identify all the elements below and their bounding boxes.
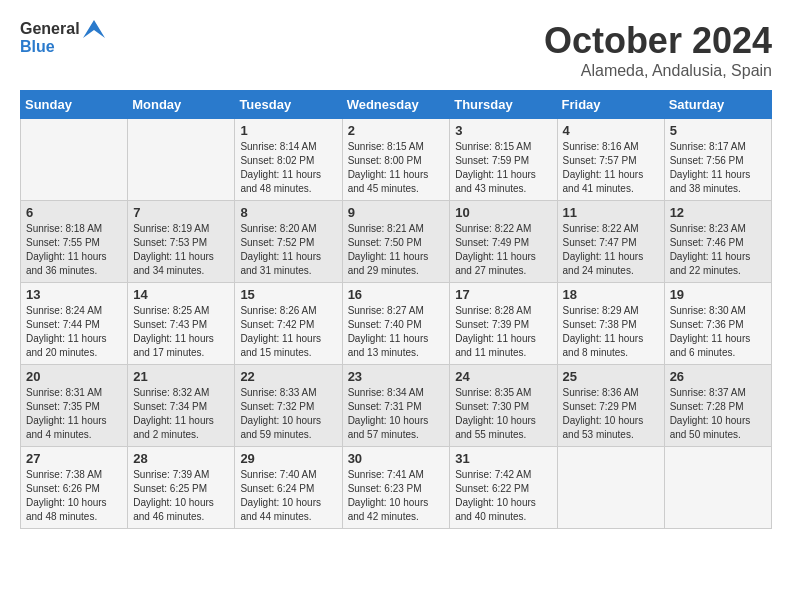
- day-number: 7: [133, 205, 229, 220]
- day-number: 20: [26, 369, 122, 384]
- calendar-cell: 7 Sunrise: 8:19 AM Sunset: 7:53 PM Dayli…: [128, 201, 235, 283]
- calendar-cell: [557, 447, 664, 529]
- calendar-cell: 13 Sunrise: 8:24 AM Sunset: 7:44 PM Dayl…: [21, 283, 128, 365]
- day-info: Sunrise: 8:22 AM Sunset: 7:47 PM Dayligh…: [563, 222, 659, 278]
- day-number: 17: [455, 287, 551, 302]
- month-title: October 2024: [544, 20, 772, 62]
- header-saturday: Saturday: [664, 91, 771, 119]
- calendar-cell: 14 Sunrise: 8:25 AM Sunset: 7:43 PM Dayl…: [128, 283, 235, 365]
- calendar-week-1: 1 Sunrise: 8:14 AM Sunset: 8:02 PM Dayli…: [21, 119, 772, 201]
- calendar-week-4: 20 Sunrise: 8:31 AM Sunset: 7:35 PM Dayl…: [21, 365, 772, 447]
- day-number: 1: [240, 123, 336, 138]
- day-number: 2: [348, 123, 445, 138]
- calendar-cell: 11 Sunrise: 8:22 AM Sunset: 7:47 PM Dayl…: [557, 201, 664, 283]
- day-info: Sunrise: 8:24 AM Sunset: 7:44 PM Dayligh…: [26, 304, 122, 360]
- calendar-cell: 18 Sunrise: 8:29 AM Sunset: 7:38 PM Dayl…: [557, 283, 664, 365]
- day-number: 13: [26, 287, 122, 302]
- day-number: 15: [240, 287, 336, 302]
- day-number: 28: [133, 451, 229, 466]
- day-number: 27: [26, 451, 122, 466]
- day-number: 30: [348, 451, 445, 466]
- day-number: 10: [455, 205, 551, 220]
- day-info: Sunrise: 8:25 AM Sunset: 7:43 PM Dayligh…: [133, 304, 229, 360]
- calendar-week-2: 6 Sunrise: 8:18 AM Sunset: 7:55 PM Dayli…: [21, 201, 772, 283]
- day-info: Sunrise: 8:28 AM Sunset: 7:39 PM Dayligh…: [455, 304, 551, 360]
- day-info: Sunrise: 8:17 AM Sunset: 7:56 PM Dayligh…: [670, 140, 766, 196]
- day-number: 31: [455, 451, 551, 466]
- calendar-cell: 4 Sunrise: 8:16 AM Sunset: 7:57 PM Dayli…: [557, 119, 664, 201]
- day-info: Sunrise: 7:40 AM Sunset: 6:24 PM Dayligh…: [240, 468, 336, 524]
- calendar-cell: [664, 447, 771, 529]
- header-row: Sunday Monday Tuesday Wednesday Thursday…: [21, 91, 772, 119]
- logo-blue: Blue: [20, 38, 105, 56]
- day-info: Sunrise: 7:41 AM Sunset: 6:23 PM Dayligh…: [348, 468, 445, 524]
- day-number: 11: [563, 205, 659, 220]
- day-info: Sunrise: 7:39 AM Sunset: 6:25 PM Dayligh…: [133, 468, 229, 524]
- day-info: Sunrise: 8:35 AM Sunset: 7:30 PM Dayligh…: [455, 386, 551, 442]
- day-info: Sunrise: 8:34 AM Sunset: 7:31 PM Dayligh…: [348, 386, 445, 442]
- calendar-header: Sunday Monday Tuesday Wednesday Thursday…: [21, 91, 772, 119]
- day-number: 8: [240, 205, 336, 220]
- logo-bird-icon: [83, 20, 105, 38]
- header-monday: Monday: [128, 91, 235, 119]
- calendar-cell: 10 Sunrise: 8:22 AM Sunset: 7:49 PM Dayl…: [450, 201, 557, 283]
- calendar-cell: 27 Sunrise: 7:38 AM Sunset: 6:26 PM Dayl…: [21, 447, 128, 529]
- calendar-cell: 19 Sunrise: 8:30 AM Sunset: 7:36 PM Dayl…: [664, 283, 771, 365]
- calendar-cell: 21 Sunrise: 8:32 AM Sunset: 7:34 PM Dayl…: [128, 365, 235, 447]
- day-info: Sunrise: 7:38 AM Sunset: 6:26 PM Dayligh…: [26, 468, 122, 524]
- day-number: 19: [670, 287, 766, 302]
- header-thursday: Thursday: [450, 91, 557, 119]
- calendar-cell: 22 Sunrise: 8:33 AM Sunset: 7:32 PM Dayl…: [235, 365, 342, 447]
- calendar-week-5: 27 Sunrise: 7:38 AM Sunset: 6:26 PM Dayl…: [21, 447, 772, 529]
- day-number: 16: [348, 287, 445, 302]
- day-info: Sunrise: 8:27 AM Sunset: 7:40 PM Dayligh…: [348, 304, 445, 360]
- location-title: Alameda, Andalusia, Spain: [544, 62, 772, 80]
- calendar-cell: 12 Sunrise: 8:23 AM Sunset: 7:46 PM Dayl…: [664, 201, 771, 283]
- day-info: Sunrise: 8:29 AM Sunset: 7:38 PM Dayligh…: [563, 304, 659, 360]
- day-info: Sunrise: 8:16 AM Sunset: 7:57 PM Dayligh…: [563, 140, 659, 196]
- day-number: 26: [670, 369, 766, 384]
- day-number: 23: [348, 369, 445, 384]
- day-info: Sunrise: 8:15 AM Sunset: 7:59 PM Dayligh…: [455, 140, 551, 196]
- calendar-cell: 5 Sunrise: 8:17 AM Sunset: 7:56 PM Dayli…: [664, 119, 771, 201]
- header-wednesday: Wednesday: [342, 91, 450, 119]
- calendar-cell: 16 Sunrise: 8:27 AM Sunset: 7:40 PM Dayl…: [342, 283, 450, 365]
- day-info: Sunrise: 8:30 AM Sunset: 7:36 PM Dayligh…: [670, 304, 766, 360]
- calendar-cell: 8 Sunrise: 8:20 AM Sunset: 7:52 PM Dayli…: [235, 201, 342, 283]
- day-info: Sunrise: 8:23 AM Sunset: 7:46 PM Dayligh…: [670, 222, 766, 278]
- day-number: 4: [563, 123, 659, 138]
- calendar-cell: 1 Sunrise: 8:14 AM Sunset: 8:02 PM Dayli…: [235, 119, 342, 201]
- day-number: 18: [563, 287, 659, 302]
- svg-marker-0: [83, 20, 105, 38]
- header-friday: Friday: [557, 91, 664, 119]
- day-info: Sunrise: 8:22 AM Sunset: 7:49 PM Dayligh…: [455, 222, 551, 278]
- day-number: 6: [26, 205, 122, 220]
- calendar-cell: 6 Sunrise: 8:18 AM Sunset: 7:55 PM Dayli…: [21, 201, 128, 283]
- calendar-week-3: 13 Sunrise: 8:24 AM Sunset: 7:44 PM Dayl…: [21, 283, 772, 365]
- calendar-cell: 2 Sunrise: 8:15 AM Sunset: 8:00 PM Dayli…: [342, 119, 450, 201]
- calendar-cell: [21, 119, 128, 201]
- day-info: Sunrise: 8:18 AM Sunset: 7:55 PM Dayligh…: [26, 222, 122, 278]
- day-info: Sunrise: 8:21 AM Sunset: 7:50 PM Dayligh…: [348, 222, 445, 278]
- day-info: Sunrise: 8:20 AM Sunset: 7:52 PM Dayligh…: [240, 222, 336, 278]
- day-number: 3: [455, 123, 551, 138]
- calendar-cell: 28 Sunrise: 7:39 AM Sunset: 6:25 PM Dayl…: [128, 447, 235, 529]
- calendar-cell: 24 Sunrise: 8:35 AM Sunset: 7:30 PM Dayl…: [450, 365, 557, 447]
- page-header: General Blue October 2024 Alameda, Andal…: [20, 20, 772, 80]
- day-number: 5: [670, 123, 766, 138]
- calendar-cell: 17 Sunrise: 8:28 AM Sunset: 7:39 PM Dayl…: [450, 283, 557, 365]
- title-block: October 2024 Alameda, Andalusia, Spain: [544, 20, 772, 80]
- calendar-cell: 15 Sunrise: 8:26 AM Sunset: 7:42 PM Dayl…: [235, 283, 342, 365]
- day-info: Sunrise: 8:36 AM Sunset: 7:29 PM Dayligh…: [563, 386, 659, 442]
- calendar-cell: 30 Sunrise: 7:41 AM Sunset: 6:23 PM Dayl…: [342, 447, 450, 529]
- day-number: 12: [670, 205, 766, 220]
- day-number: 9: [348, 205, 445, 220]
- calendar-cell: 25 Sunrise: 8:36 AM Sunset: 7:29 PM Dayl…: [557, 365, 664, 447]
- day-number: 24: [455, 369, 551, 384]
- day-info: Sunrise: 8:31 AM Sunset: 7:35 PM Dayligh…: [26, 386, 122, 442]
- day-number: 21: [133, 369, 229, 384]
- calendar-cell: 31 Sunrise: 7:42 AM Sunset: 6:22 PM Dayl…: [450, 447, 557, 529]
- calendar-cell: 20 Sunrise: 8:31 AM Sunset: 7:35 PM Dayl…: [21, 365, 128, 447]
- calendar-cell: [128, 119, 235, 201]
- calendar-cell: 29 Sunrise: 7:40 AM Sunset: 6:24 PM Dayl…: [235, 447, 342, 529]
